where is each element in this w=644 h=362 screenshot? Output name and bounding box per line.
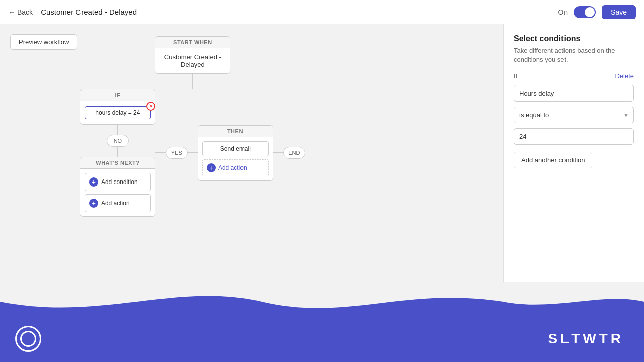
bottom-logo bbox=[15, 326, 41, 352]
add-action-button-next[interactable]: + Add action bbox=[85, 194, 151, 212]
panel-if-row: If Delete bbox=[514, 72, 634, 80]
back-arrow-icon: ← bbox=[8, 8, 15, 16]
back-button[interactable]: ← Back bbox=[8, 8, 33, 16]
plus-circle-icon-2: + bbox=[89, 199, 98, 208]
topbar-right: On Save bbox=[558, 5, 636, 19]
h-connector-yes-1 bbox=[155, 152, 166, 153]
start-when-body[interactable]: Customer Created - Delayed bbox=[155, 48, 230, 73]
whats-next-body: + Add condition + Add action bbox=[80, 169, 155, 216]
logo-outer-circle bbox=[15, 326, 41, 352]
toggle-switch[interactable] bbox=[574, 6, 596, 18]
start-when-header: START WHEN bbox=[155, 37, 230, 48]
delete-button[interactable]: Delete bbox=[615, 72, 634, 80]
add-action-label: Add action bbox=[101, 200, 130, 207]
add-another-condition-button[interactable]: Add another condition bbox=[514, 152, 592, 168]
add-condition-label: Add condition bbox=[101, 178, 138, 186]
if-body: hours delay = 24 ✕ bbox=[80, 101, 155, 124]
hours-delay-input[interactable] bbox=[514, 85, 634, 102]
main-area: Preview workflow START WHEN Customer Cre… bbox=[0, 24, 644, 282]
remove-condition-button[interactable]: ✕ bbox=[146, 102, 155, 111]
if-row: IF hours delay = 24 ✕ NO bbox=[80, 89, 305, 217]
back-label: Back bbox=[17, 8, 33, 16]
is-equal-to-select-wrap: is equal to is greater than is less than… bbox=[514, 107, 634, 123]
if-column: IF hours delay = 24 ✕ NO bbox=[80, 89, 155, 217]
page-title: Customer Created - Delayed bbox=[41, 8, 137, 16]
whats-next-header: WHAT'S NEXT? bbox=[80, 157, 155, 169]
condition-text: hours delay = 24 bbox=[95, 109, 140, 116]
plus-circle-icon: + bbox=[89, 177, 98, 187]
logo-inner-circle bbox=[20, 331, 36, 347]
start-when-column: START WHEN Customer Created - Delayed IF… bbox=[80, 36, 305, 217]
v-connector-no2 bbox=[117, 147, 118, 157]
wave-svg bbox=[0, 282, 644, 322]
panel-description: Take different actions based on the cond… bbox=[514, 46, 634, 64]
on-label: On bbox=[558, 8, 568, 16]
whats-next-node: WHAT'S NEXT? + Add condition + Add actio… bbox=[80, 157, 155, 217]
bottom-section: SLTWTR bbox=[0, 282, 644, 362]
condition-value-input[interactable] bbox=[514, 128, 634, 145]
v-connector-1 bbox=[192, 74, 193, 89]
yes-bubble: YES bbox=[166, 147, 188, 159]
add-action-button-then[interactable]: + Add action bbox=[202, 159, 269, 176]
if-label: If bbox=[514, 72, 517, 80]
h-connector-yes-2 bbox=[188, 152, 198, 153]
panel-title: Select conditions bbox=[514, 34, 634, 43]
send-email-item[interactable]: Send email bbox=[202, 141, 269, 156]
then-header: THEN bbox=[198, 126, 273, 137]
h-connector-end-1 bbox=[273, 152, 283, 153]
add-action-then-label: Add action bbox=[218, 164, 247, 171]
condition-pill[interactable]: hours delay = 24 ✕ bbox=[85, 106, 151, 119]
v-connector-no bbox=[117, 125, 118, 135]
if-header: IF bbox=[80, 89, 155, 101]
save-button[interactable]: Save bbox=[602, 5, 636, 19]
canvas: Preview workflow START WHEN Customer Cre… bbox=[0, 24, 503, 282]
topbar: ← Back Customer Created - Delayed On Sav… bbox=[0, 0, 644, 24]
if-node: IF hours delay = 24 ✕ bbox=[80, 89, 155, 125]
start-when-node: START WHEN Customer Created - Delayed bbox=[155, 36, 230, 74]
end-bubble: END bbox=[283, 147, 305, 159]
add-condition-button[interactable]: + Add condition bbox=[85, 173, 151, 191]
right-panel: Select conditions Take different actions… bbox=[503, 24, 644, 282]
preview-workflow-button[interactable]: Preview workflow bbox=[10, 34, 77, 50]
then-node: THEN Send email + Add action bbox=[198, 125, 273, 181]
plus-circle-icon-3: + bbox=[207, 163, 216, 172]
workflow-container: START WHEN Customer Created - Delayed IF… bbox=[80, 36, 305, 217]
condition-select[interactable]: is equal to is greater than is less than… bbox=[514, 107, 634, 123]
then-body: Send email + Add action bbox=[198, 137, 273, 180]
no-bubble: NO bbox=[107, 135, 129, 147]
brand-name: SLTWTR bbox=[548, 331, 624, 347]
